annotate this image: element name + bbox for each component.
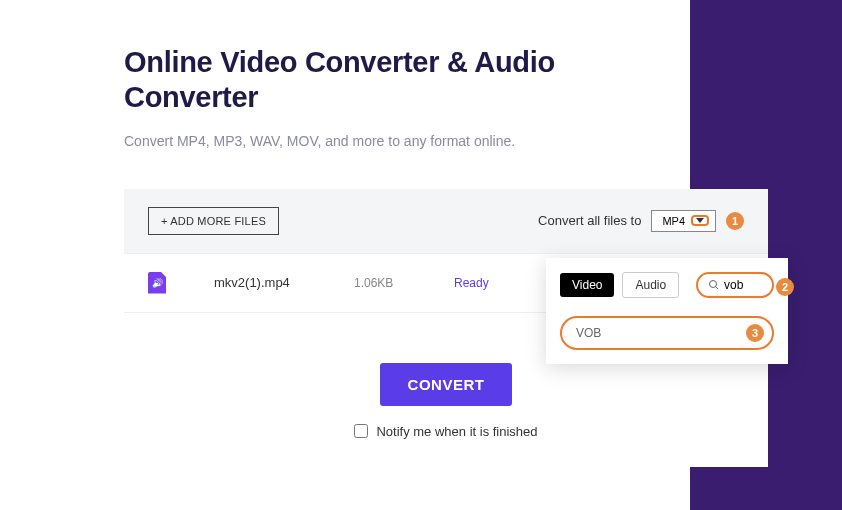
convert-all-label: Convert all files to (538, 213, 641, 228)
file-name: mkv2(1).mp4 (214, 275, 354, 290)
selected-format: MP4 (662, 215, 685, 227)
svg-line-1 (716, 287, 719, 290)
notify-label: Notify me when it is finished (376, 424, 537, 439)
add-more-files-button[interactable]: + ADD MORE FILES (148, 207, 279, 235)
file-status: Ready (454, 276, 514, 290)
convert-all-wrap: Convert all files to MP4 1 (538, 210, 744, 232)
page-subtitle: Convert MP4, MP3, WAV, MOV, and more to … (124, 133, 842, 149)
annotation-badge-1: 1 (726, 212, 744, 230)
dropdown-top-row: Video Audio 2 (560, 272, 774, 298)
notify-checkbox[interactable] (354, 424, 368, 438)
format-dropdown-popup: Video Audio 2 VOB 3 (546, 258, 788, 364)
notify-row: Notify me when it is finished (124, 424, 768, 439)
main-content: Online Video Converter & Audio Converter… (0, 0, 842, 467)
annotation-badge-3: 3 (746, 324, 764, 342)
format-option-vob[interactable]: VOB 3 (560, 316, 774, 350)
tab-audio[interactable]: Audio (622, 272, 679, 298)
convert-button[interactable]: CONVERT (380, 363, 513, 406)
annotation-badge-2: 2 (776, 278, 794, 296)
file-size: 1.06KB (354, 276, 454, 290)
dropdown-arrow-highlight (691, 215, 709, 226)
format-select-dropdown[interactable]: MP4 (651, 210, 716, 232)
chevron-down-icon (696, 218, 704, 223)
file-type-icon (148, 272, 166, 294)
format-search-box[interactable] (696, 272, 774, 298)
panel-header: + ADD MORE FILES Convert all files to MP… (124, 189, 768, 253)
svg-point-0 (710, 281, 717, 288)
format-search-input[interactable] (724, 278, 762, 292)
page-title: Online Video Converter & Audio Converter (124, 45, 644, 115)
tab-video[interactable]: Video (560, 273, 614, 297)
search-icon (708, 279, 720, 291)
format-option-label: VOB (576, 326, 601, 340)
